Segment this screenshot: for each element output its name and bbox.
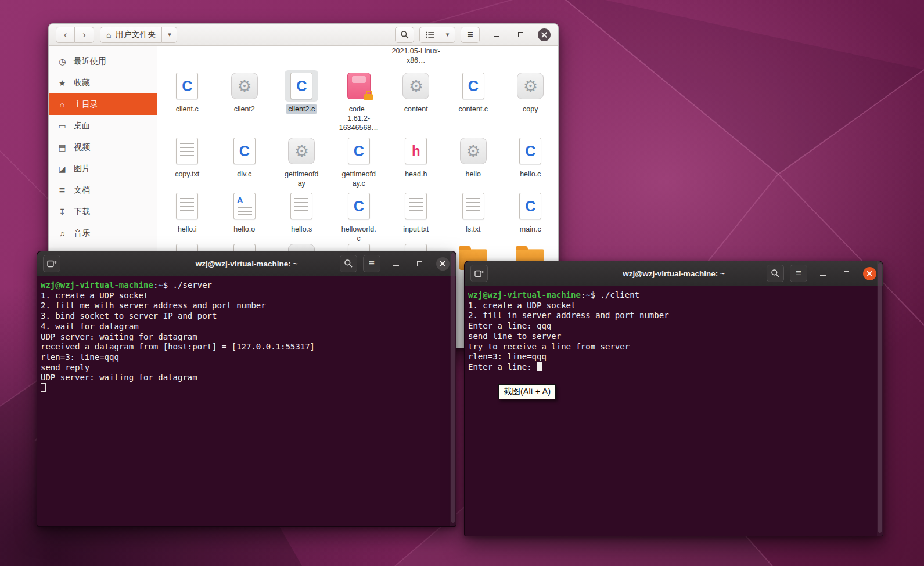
hamburger-menu-button[interactable]: ≡ [461,27,480,43]
minimize-button[interactable] [815,266,830,281]
terminal-output-server[interactable]: wzj@wzj-virtual-machine:~$ ./server1. cr… [37,276,456,526]
search-button[interactable] [767,265,784,282]
maximize-button[interactable] [412,256,427,271]
sidebar-item-star[interactable]: ★收藏 [49,72,157,93]
file-item-copy.txt[interactable]: copy.txt [159,131,216,188]
file-item-hello.i[interactable]: hello.i [159,186,216,243]
new-tab-button[interactable] [43,255,60,272]
search-icon [400,30,409,39]
close-button[interactable] [435,256,450,271]
file-item-code_1.61.2-16346568[interactable]: code_1.61.2-16346568… [330,66,388,132]
close-button[interactable] [537,28,551,42]
object-icon: A [228,190,261,222]
file-item-gettimeofday.c[interactable]: Cgettimeofday.c [330,131,388,188]
list-view-icon [425,31,434,39]
terminal-line: wzj@wzj-virtual-machine:~$ ./server [41,280,447,291]
maximize-button[interactable] [513,28,527,42]
back-button[interactable]: ‹ [56,27,75,43]
file-item-client.c[interactable]: Cclient.c [159,66,216,132]
recent-icon: ◷ [57,57,67,66]
maximize-button[interactable] [839,266,854,281]
file-item-label: hello [463,170,483,179]
c-file-icon: C [513,190,547,222]
path-dropdown-button[interactable]: ▾ [162,27,177,43]
file-item-ls.txt[interactable]: ls.txt [445,186,502,243]
home-icon: ⌂ [57,100,67,109]
sidebar-item-pictures[interactable]: ◪图片 [49,158,157,179]
terminal-line: 1. create a UDP socket [41,291,447,301]
c-file-icon: C [285,70,318,102]
breadcrumb: 用户文件夹 [115,30,156,40]
file-item-div.c[interactable]: Cdiv.c [216,131,274,188]
file-item-content[interactable]: ⚙content [387,66,445,132]
search-icon [344,259,353,268]
close-button[interactable] [862,266,877,281]
sidebar-item-desktop[interactable]: ▭桌面 [49,115,157,136]
file-item-label: hello.s [289,225,314,234]
terminal-line: rlen=3: line=qqq [41,352,447,363]
terminal-line: UDP server: waiting for datagram [41,373,447,383]
file-item-label: input.txt [401,225,431,234]
forward-button[interactable]: › [75,27,94,43]
view-options-dropdown-button[interactable]: ▾ [440,27,455,43]
file-item-main.c[interactable]: Cmain.c [502,186,558,243]
view-toggle-button[interactable] [419,27,440,43]
file-item-hello.s[interactable]: hello.s [273,186,330,243]
file-item-head.h[interactable]: hhead.h [387,131,445,188]
view-toggle-group: ▾ [419,27,455,43]
file-row: copy.txtCdiv.c⚙gettimeofdayCgettimeofday… [157,131,558,186]
pictures-icon: ◪ [57,164,67,174]
sidebar-item-label: 最近使用 [74,56,106,67]
search-button[interactable] [340,255,357,272]
file-item-copy[interactable]: ⚙copy [502,66,558,132]
minimize-button[interactable] [490,28,504,42]
terminal-cursor [537,362,542,371]
file-item-input.txt[interactable]: input.txt [387,186,445,243]
new-tab-button[interactable] [470,265,488,282]
terminal-scrollbar[interactable] [877,261,883,536]
sidebar-item-documents[interactable]: ≣文档 [49,179,157,201]
file-row-partial: 2021.05-Linux-x86… [157,46,558,66]
scrollbar-thumb[interactable] [878,263,882,533]
terminal-scrollbar[interactable] [450,251,456,526]
file-item-content.c[interactable]: Ccontent.c [445,66,502,132]
file-item-gettimeofday[interactable]: ⚙gettimeofday [273,131,330,188]
sidebar-item-label: 下载 [74,207,90,217]
minimize-icon [820,275,826,276]
file-item-label: content [402,104,430,114]
text-icon [285,190,318,222]
file-item-label: div.c [235,170,254,179]
sidebar-item-downloads[interactable]: ↧下载 [49,201,157,222]
h-file-icon: h [399,135,433,167]
c-file-icon: C [228,135,261,167]
file-item-helloworld.c[interactable]: Chelloworld.c [330,186,388,243]
sidebar-item-recent[interactable]: ◷最近使用 [49,51,157,72]
terminal-output-client[interactable]: wzj@wzj-virtual-machine:~$ ./client1. cr… [465,286,883,536]
minimize-button[interactable] [389,256,404,271]
terminal-header-actions: ≡ [340,255,450,272]
terminal-window-server: wzj@wzj-virtual-machine: ~ ≡ wzj@wzj-vir… [37,251,456,527]
sidebar-item-music[interactable]: ♫音乐 [49,222,157,244]
file-item-client2[interactable]: ⚙client2 [216,66,274,132]
sidebar-item-home[interactable]: ⌂主目录 [49,93,157,115]
path-button[interactable]: ⌂ 用户文件夹 [100,27,162,43]
scrollbar-thumb[interactable] [451,253,455,523]
file-item-hello[interactable]: ⚙hello [445,131,502,188]
sidebar-item-videos[interactable]: ▤视频 [49,136,157,158]
file-row: Cclient.c⚙client2Cclient2.ccode_1.61.2-1… [157,66,558,131]
terminal-line: Enter a line: [468,362,873,373]
search-button[interactable] [395,27,414,43]
terminal-line: try to receive a line from server [468,342,873,352]
hamburger-menu-button[interactable]: ≡ [790,265,807,282]
terminal-line: 3. bind socket to server IP and port [41,311,447,322]
sidebar-item-label: 音乐 [74,228,90,239]
file-item-hello.o[interactable]: Ahello.o [216,186,274,243]
music-icon: ♫ [57,229,67,238]
path-button-group: ⌂ 用户文件夹 ▾ [100,27,177,43]
file-item-client2.c[interactable]: Cclient2.c [273,66,330,132]
hamburger-menu-button[interactable]: ≡ [363,255,380,272]
file-item-label-partial[interactable]: 2021.05-Linux-x86… [387,46,445,66]
file-item-hello.c[interactable]: Chello.c [502,131,558,188]
text-icon [170,135,204,167]
terminal-line: send reply [41,363,447,373]
